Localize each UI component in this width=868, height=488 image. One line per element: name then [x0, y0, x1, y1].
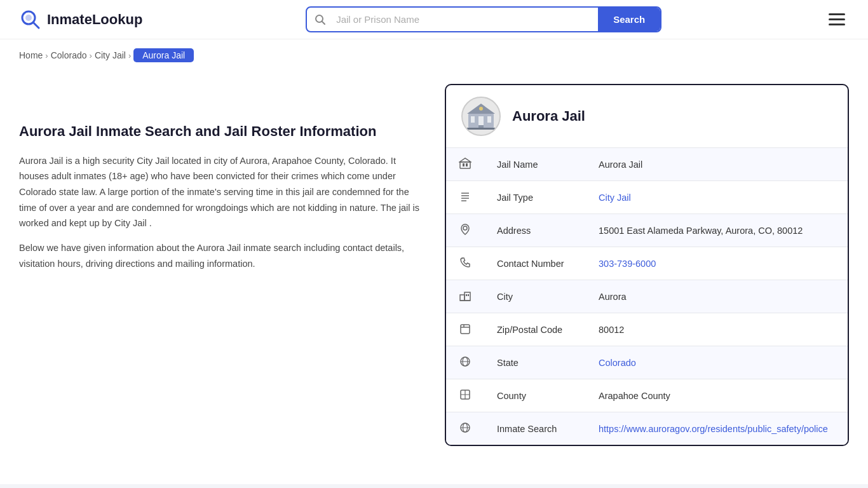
- row-value[interactable]: Colorado: [586, 346, 848, 379]
- globe-icon: [446, 412, 484, 445]
- county-icon: [446, 379, 484, 412]
- row-label: Contact Number: [484, 247, 586, 280]
- svg-rect-6: [471, 116, 475, 123]
- hamburger-line-1: [829, 13, 845, 15]
- description-para-2: Below we have given information about th…: [19, 240, 426, 271]
- left-panel: Aurora Jail Inmate Search and Jail Roste…: [19, 84, 426, 446]
- table-row: CityAurora: [446, 280, 848, 313]
- page-heading: Aurora Jail Inmate Search and Jail Roste…: [19, 122, 426, 142]
- header: InmateLookup Search: [0, 0, 868, 39]
- svg-rect-8: [487, 116, 491, 123]
- breadcrumb: Home › Colorado › City Jail › Aurora Jai…: [0, 39, 868, 71]
- row-label: Inmate Search: [484, 412, 586, 445]
- svg-line-1: [33, 22, 39, 28]
- row-label: County: [484, 379, 586, 412]
- row-label: Jail Type: [484, 181, 586, 214]
- svg-rect-10: [478, 125, 484, 128]
- row-label: Jail Name: [484, 148, 586, 181]
- row-value: 80012: [586, 313, 848, 346]
- table-row: Jail NameAurora Jail: [446, 148, 848, 181]
- search-input[interactable]: [334, 8, 598, 31]
- hamburger-menu[interactable]: [825, 10, 849, 29]
- description-para-1: Aurora Jail is a high security City Jail…: [19, 153, 426, 231]
- hamburger-line-3: [829, 24, 845, 25]
- svg-point-21: [463, 226, 467, 230]
- row-value[interactable]: 303-739-6000: [586, 247, 848, 280]
- row-value: Aurora: [586, 280, 848, 313]
- svg-rect-25: [466, 294, 467, 296]
- table-row: CountyArapahoe County: [446, 379, 848, 412]
- row-value[interactable]: https://www.auroragov.org/residents/publ…: [586, 412, 848, 445]
- state-icon: [446, 346, 484, 379]
- table-row: Zip/Postal Code80012: [446, 313, 848, 346]
- card-title: Aurora Jail: [512, 108, 585, 125]
- city-icon: [446, 280, 484, 313]
- info-table: Jail NameAurora JailJail TypeCity JailAd…: [446, 148, 848, 445]
- main-content: Aurora Jail Inmate Search and Jail Roste…: [0, 71, 868, 471]
- svg-marker-16: [459, 158, 471, 162]
- zip-icon: [446, 313, 484, 346]
- breadcrumb-home[interactable]: Home: [19, 50, 43, 60]
- breadcrumb-sep-2: ›: [90, 51, 92, 60]
- breadcrumb-city-jail[interactable]: City Jail: [95, 50, 126, 60]
- row-label: City: [484, 280, 586, 313]
- svg-rect-7: [478, 116, 484, 125]
- jail-avatar: [461, 97, 501, 136]
- table-row: Jail TypeCity Jail: [446, 181, 848, 214]
- search-button[interactable]: Search: [598, 8, 660, 31]
- card-header: Aurora Jail: [446, 85, 848, 148]
- row-label: State: [484, 346, 586, 379]
- svg-point-2: [25, 15, 32, 21]
- table-row: Inmate Searchhttps://www.auroragov.org/r…: [446, 412, 848, 445]
- svg-rect-14: [463, 163, 465, 166]
- hamburger-line-2: [829, 18, 845, 20]
- svg-rect-11: [467, 128, 495, 130]
- logo-icon: [19, 8, 42, 31]
- row-value: Arapahoe County: [586, 379, 848, 412]
- svg-rect-13: [460, 162, 470, 168]
- jail-icon: [446, 148, 484, 181]
- phone-icon: [446, 247, 484, 280]
- breadcrumb-colorado[interactable]: Colorado: [51, 50, 87, 60]
- row-value[interactable]: City Jail: [586, 181, 848, 214]
- svg-rect-26: [468, 294, 469, 296]
- table-row: StateColorado: [446, 346, 848, 379]
- row-value: 15001 East Alameda Parkway, Aurora, CO, …: [586, 214, 848, 247]
- logo[interactable]: InmateLookup: [19, 8, 142, 31]
- location-icon: [446, 214, 484, 247]
- row-label: Zip/Postal Code: [484, 313, 586, 346]
- list-icon: [446, 181, 484, 214]
- info-card: Aurora Jail Jail NameAurora JailJail Typ…: [445, 84, 849, 446]
- row-label: Address: [484, 214, 586, 247]
- svg-line-4: [322, 21, 325, 24]
- logo-text: InmateLookup: [47, 11, 142, 28]
- svg-rect-22: [460, 295, 465, 301]
- svg-rect-15: [466, 163, 468, 166]
- svg-rect-27: [461, 325, 470, 334]
- svg-rect-23: [465, 292, 470, 301]
- breadcrumb-sep-3: ›: [128, 51, 131, 60]
- search-icon: [307, 14, 334, 25]
- breadcrumb-sep-1: ›: [45, 51, 48, 60]
- search-bar: Search: [306, 6, 661, 32]
- table-row: Contact Number303-739-6000: [446, 247, 848, 280]
- breadcrumb-current: Aurora Jail: [133, 48, 194, 62]
- table-row: Address15001 East Alameda Parkway, Auror…: [446, 214, 848, 247]
- svg-point-12: [479, 107, 483, 111]
- row-value: Aurora Jail: [586, 148, 848, 181]
- footer-bar: [0, 484, 868, 488]
